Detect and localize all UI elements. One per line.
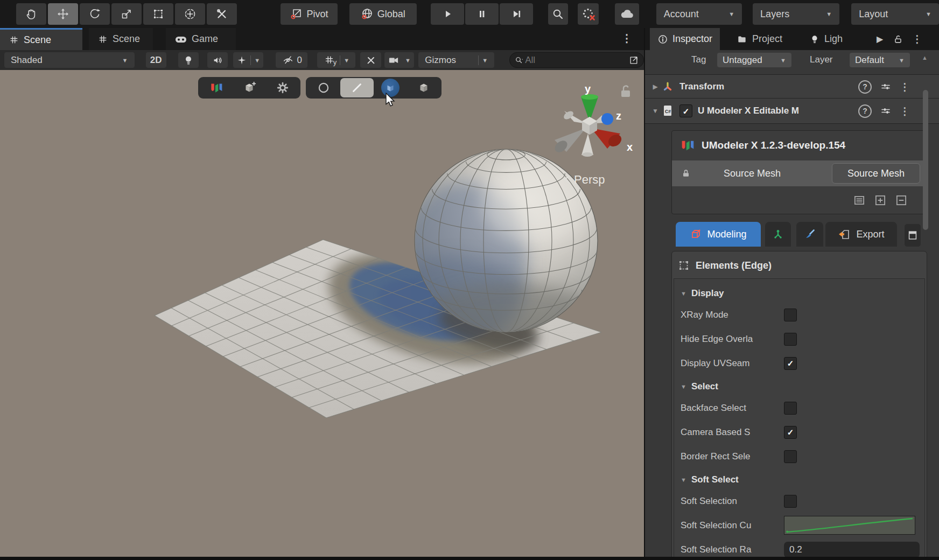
inspector-menu-dots-icon[interactable]: ⋮ (912, 28, 922, 50)
panel-layout-button[interactable] (905, 224, 921, 247)
section-soft-select[interactable]: ▼ Soft Select (681, 471, 924, 489)
hide-edge-overlay-checkbox[interactable] (784, 333, 797, 346)
layout-label: Layout (859, 9, 888, 20)
help-icon[interactable]: ? (858, 80, 872, 94)
cloud-button[interactable] (615, 3, 639, 25)
move-tool-button[interactable] (48, 3, 78, 25)
camera-based-select-checkbox[interactable]: ✓ (784, 426, 797, 439)
add-icon[interactable] (873, 193, 887, 207)
component-menu-dots-icon[interactable]: ⋮ (900, 81, 910, 93)
edge-mode-button-selected[interactable] (340, 78, 374, 97)
scrollbar-thumb[interactable] (923, 90, 928, 230)
tag-dropdown[interactable]: Untagged ▼ (717, 53, 791, 67)
section-display[interactable]: ▼ Display (681, 284, 924, 303)
tab-modeling[interactable]: Modeling (676, 222, 761, 247)
layers-dropdown[interactable]: Layers▼ (753, 3, 839, 25)
component-enabled-checkbox[interactable]: ✓ (679, 104, 692, 117)
grid-icon (9, 34, 19, 45)
playmode-group (431, 3, 533, 25)
border-rect-select-checkbox[interactable] (784, 450, 797, 463)
expand-icon[interactable] (628, 55, 639, 66)
custom-tools-button[interactable] (207, 3, 237, 25)
scene-viewport-canvas[interactable]: y z x Persp (0, 70, 644, 560)
scene-lighting-button[interactable] (178, 52, 199, 68)
axis-y-cone[interactable] (581, 94, 598, 100)
remove-icon[interactable] (894, 193, 908, 207)
setting-row-soft-selection-curve: Soft Selection Cu (681, 513, 924, 537)
soft-selection-radius-field[interactable]: 0.2 (784, 542, 920, 558)
scale-tool-button[interactable] (111, 3, 142, 25)
layer-dropdown[interactable]: Default ▼ (850, 53, 910, 67)
tab-paint[interactable] (796, 222, 823, 247)
transform-tool-button[interactable] (175, 3, 205, 25)
play-button[interactable] (431, 3, 464, 25)
xray-mode-checkbox[interactable] (784, 309, 797, 321)
tab-scene-1[interactable]: Scene (0, 28, 82, 50)
setting-row-backface-select: Backface Select (681, 396, 924, 420)
global-toggle-button[interactable]: Global (349, 3, 417, 25)
hand-tool-button[interactable] (16, 3, 46, 25)
fold-arrow-icon[interactable]: ▼ (649, 107, 661, 115)
presets-icon[interactable] (879, 104, 892, 117)
section-select[interactable]: ▼ Select (681, 377, 924, 396)
tab-menu-dots-icon[interactable]: ⋮ (621, 32, 632, 45)
scene-grid-dropdown[interactable]: y ▼ (317, 52, 355, 68)
scene-tools-button[interactable] (360, 52, 381, 68)
unity-editor-window: Pivot Global Account▼ Layers▼ Layout▼ Sc… (0, 0, 939, 560)
component-menu-dots-icon[interactable]: ⋮ (900, 105, 910, 117)
scene-camera-dropdown[interactable]: ▼ (384, 52, 415, 68)
soft-selection-curve-field[interactable] (784, 516, 915, 535)
axis-z-cone[interactable] (601, 113, 613, 125)
object-mode-button[interactable] (407, 78, 440, 97)
source-mesh-button[interactable]: Source Mesh (832, 163, 920, 184)
layout-dropdown[interactable]: Layout▼ (851, 3, 939, 25)
backface-select-checkbox[interactable] (784, 402, 797, 415)
tab-game[interactable]: Game (166, 28, 236, 50)
gizmo-lock-icon[interactable] (621, 86, 630, 97)
scene-search-field[interactable] (509, 52, 644, 68)
inspector-tab-bar: Inspector Project Ligh ▶ ⋮ (645, 28, 939, 50)
axis-neg-cone[interactable] (582, 152, 593, 157)
scene-effects-dropdown[interactable]: ▼ (233, 52, 263, 68)
scene-visibility-button[interactable]: 0 (276, 52, 307, 68)
tab-lighting[interactable]: Ligh (802, 28, 843, 50)
tab-inspector[interactable]: Inspector (650, 28, 720, 50)
scene-search-input[interactable] (524, 54, 618, 66)
vertex-mode-button[interactable] (307, 78, 340, 97)
umodeler-component-header[interactable]: ▼ C# ✓ U Modeler X Editable M ? ⋮ (645, 98, 939, 124)
help-icon[interactable]: ? (858, 104, 872, 118)
padlock-open-icon[interactable] (893, 28, 903, 50)
add-mesh-button[interactable] (233, 78, 266, 97)
pause-button[interactable] (465, 3, 499, 25)
globe-icon (361, 8, 374, 20)
tab-rigging[interactable] (765, 222, 791, 247)
rotate-tool-button[interactable] (80, 3, 110, 25)
scroll-up-icon[interactable]: ▲ (922, 54, 928, 61)
more-tabs-arrow[interactable]: ▶ (877, 28, 883, 50)
tab-export[interactable]: Export (825, 222, 897, 247)
pivot-toggle-button[interactable]: Pivot (281, 3, 338, 25)
transform-component-header[interactable]: ▶ Transform ? ⋮ (645, 74, 939, 99)
tab-project[interactable]: Project (728, 28, 790, 50)
umodeler-settings-button[interactable] (266, 78, 299, 97)
setting-row-border-rect-select: Border Rect Sele (681, 444, 924, 468)
tab-scene-2[interactable]: Scene (89, 28, 153, 50)
inspector-scrollbar[interactable]: ▲ ▼ (921, 52, 930, 560)
shading-mode-dropdown[interactable]: Shaded ▼ (4, 52, 135, 68)
account-dropdown[interactable]: Account▼ (656, 3, 742, 25)
presets-icon[interactable] (879, 80, 892, 93)
scene-audio-button[interactable] (207, 52, 228, 68)
list-icon[interactable] (852, 193, 866, 207)
umodeler-logo-button[interactable] (199, 78, 233, 97)
fold-arrow-icon[interactable]: ▶ (649, 83, 661, 90)
version-control-button[interactable] (578, 3, 599, 25)
soft-selection-checkbox[interactable] (784, 495, 797, 508)
search-button[interactable] (548, 3, 569, 25)
axis-neg-cone[interactable] (581, 134, 593, 155)
toggle-2d-button[interactable]: 2D (146, 52, 166, 68)
step-button[interactable] (500, 3, 533, 25)
rect-tool-button[interactable] (143, 3, 173, 25)
gizmos-dropdown[interactable]: Gizmos ▼ (418, 52, 494, 68)
display-uvseam-checkbox[interactable]: ✓ (784, 357, 797, 370)
hidden-count: 0 (297, 55, 302, 66)
